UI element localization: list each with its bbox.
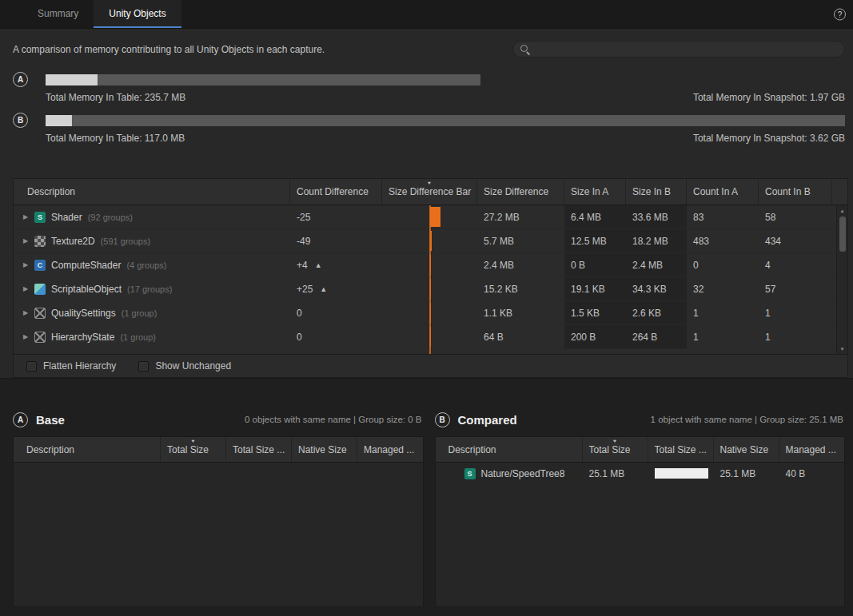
column-header-label: Managed ... — [786, 444, 836, 455]
object-row-nature-speedtree8[interactable]: Nature/SpeedTree825.1 MB25.1 MB40 B — [436, 463, 845, 484]
column-header-label: Description — [448, 444, 496, 455]
panel-header: BCompared1 object with same name | Group… — [435, 409, 846, 430]
memory-profiler-window: SummaryUnity Objects ? A comparison of m… — [0, 0, 853, 616]
table-row-shader[interactable]: ▶Shader(92 groups)-2527.2 MB6.4 MB33.6 M… — [14, 205, 847, 229]
size-in-b-value: 2.6 KB — [632, 308, 661, 319]
size-difference-cell: 27.2 MB — [477, 205, 564, 229]
count-in-b-value: 57 — [765, 284, 775, 295]
column-header-label: Count In A — [693, 186, 738, 197]
size-difference-bar — [430, 231, 432, 251]
snapshot-labels: Total Memory In Table: 235.7 MBTotal Mem… — [46, 92, 845, 103]
description-cell: ▶HierarchyState(1 group) — [14, 325, 290, 348]
checkbox[interactable] — [138, 361, 149, 372]
comparison-panels: ABase0 objects with same name | Group si… — [13, 409, 845, 607]
snapshot-badge: B — [435, 412, 450, 427]
size-difference-bar-cell — [382, 229, 477, 252]
column-header-managed[interactable]: Managed ... — [779, 437, 845, 462]
expand-arrow-icon[interactable]: ▶ — [23, 309, 33, 316]
expand-arrow-icon[interactable]: ▶ — [23, 333, 33, 340]
column-header-count-difference[interactable]: Count Difference — [290, 179, 382, 205]
column-header-size-difference[interactable]: Size Difference — [477, 179, 564, 205]
count-difference-cell: 0 — [290, 325, 382, 348]
compute-shader-icon — [34, 260, 46, 271]
size-in-b-cell: 18.2 MB — [626, 229, 687, 252]
size-in-a-cell: 200 B — [564, 325, 626, 348]
tab-unity-objects[interactable]: Unity Objects — [94, 0, 181, 28]
panel-header: ABase0 objects with same name | Group si… — [13, 409, 424, 430]
column-header-count-in-a[interactable]: Count In A — [687, 179, 759, 205]
size-in-b-value: 33.6 MB — [632, 212, 668, 223]
column-header-description[interactable]: Description — [436, 437, 583, 462]
object-type-name: Texture2D — [51, 236, 95, 247]
tab-list: SummaryUnity Objects — [22, 0, 181, 28]
count-difference-cell: +25▲ — [290, 277, 382, 300]
group-count-label: (1 group) — [122, 308, 157, 318]
count-difference-value: 0 — [297, 332, 302, 343]
panel-summary: 0 objects with same name | Group size: 0… — [245, 415, 424, 424]
column-header-managed[interactable]: Managed ... — [357, 437, 423, 462]
size-difference-value: 5.7 MB — [484, 236, 514, 247]
count-difference-value: -49 — [297, 236, 310, 247]
option-label: Show Unchanged — [155, 360, 231, 372]
column-header-native-size[interactable]: Native Size — [714, 437, 779, 462]
column-header-total-size[interactable]: ▼Total Size — [583, 437, 648, 462]
table-options-row: Flatten HierarchyShow Unchanged — [13, 355, 848, 378]
column-header-size-in-b[interactable]: Size In B — [626, 179, 687, 205]
column-header-total-size[interactable]: ▼Total Size — [161, 437, 226, 462]
snapshot-a: ATotal Memory In Table: 235.7 MBTotal Me… — [13, 74, 845, 103]
count-in-a-value: 32 — [693, 284, 704, 295]
search-input[interactable] — [534, 44, 844, 55]
size-difference-bar-cell — [382, 277, 477, 300]
count-difference-cell: 0 — [290, 301, 382, 324]
count-in-b-cell: 434 — [759, 229, 832, 252]
table-row-texture2d[interactable]: ▶Texture2D(591 groups)-495.7 MB12.5 MB18… — [14, 229, 847, 253]
column-header-size-in-a[interactable]: Size In A — [564, 179, 626, 205]
count-in-a-value: 83 — [693, 212, 704, 223]
expand-arrow-icon[interactable]: ▶ — [23, 285, 33, 292]
total-memory-in-snapshot-label: Total Memory In Snapshot: 3.62 GB — [693, 133, 845, 144]
tab-summary[interactable]: Summary — [22, 0, 94, 28]
table-header: DescriptionCount Difference▼Size Differe… — [14, 179, 847, 205]
expand-arrow-icon[interactable]: ▶ — [23, 237, 33, 244]
group-count-label: (1 group) — [120, 332, 156, 342]
column-header-total-size[interactable]: Total Size ... — [648, 437, 714, 462]
size-difference-value: 15.2 KB — [484, 284, 518, 295]
count-in-b-value: 58 — [765, 212, 775, 223]
size-difference-bar-cell — [382, 301, 477, 324]
expand-arrow-icon[interactable]: ▶ — [23, 261, 33, 268]
checkbox[interactable] — [26, 361, 37, 372]
generic-asset-icon — [34, 308, 46, 319]
column-header-description[interactable]: Description — [14, 179, 290, 205]
panel-base: ABase0 objects with same name | Group si… — [13, 409, 424, 607]
column-header-native-size[interactable]: Native Size — [292, 437, 357, 462]
count-in-a-value: 0 — [693, 260, 699, 271]
search-icon — [520, 44, 530, 54]
table-row-computeshader[interactable]: ▶ComputeShader(4 groups)+4▲2.4 MB0 B2.4 … — [14, 253, 847, 277]
vertical-scrollbar[interactable]: ▲ ▼ — [836, 205, 847, 354]
scroll-up-arrow-icon[interactable]: ▲ — [837, 205, 847, 216]
object-name: Nature/SpeedTree8 — [481, 468, 565, 479]
column-header-description[interactable]: Description — [14, 437, 161, 462]
help-icon[interactable]: ? — [834, 8, 846, 20]
memory-bar-fill — [46, 115, 72, 126]
column-header-label: Description — [27, 186, 75, 197]
scroll-down-arrow-icon[interactable]: ▼ — [837, 344, 847, 354]
total-memory-in-table-label: Total Memory In Table: 235.7 MB — [46, 92, 185, 103]
intro-row: A comparison of memory contributing to a… — [0, 29, 853, 65]
option-flatten-hierarchy[interactable]: Flatten Hierarchy — [26, 360, 116, 372]
column-header-total-size[interactable]: Total Size ... — [226, 437, 292, 462]
option-show-unchanged[interactable]: Show Unchanged — [138, 360, 231, 372]
size-difference-bar-cell — [382, 253, 477, 276]
scrollbar-thumb[interactable] — [839, 217, 846, 252]
memory-bar-track — [46, 115, 845, 126]
panel-compared: BCompared1 object with same name | Group… — [435, 409, 846, 607]
count-in-b-cell: 4 — [759, 253, 832, 276]
panel-table-body: Nature/SpeedTree825.1 MB25.1 MB40 B — [436, 463, 845, 606]
column-header-count-in-b[interactable]: Count In B — [759, 179, 832, 205]
total-size-bar — [655, 468, 708, 479]
expand-arrow-icon[interactable]: ▶ — [23, 213, 33, 221]
search-box[interactable] — [512, 41, 845, 58]
total-size-cell: 25.1 MB — [583, 463, 648, 484]
column-header-label: Size In B — [632, 186, 671, 197]
column-header-size-difference-bar[interactable]: ▼Size Difference Bar — [382, 179, 477, 205]
